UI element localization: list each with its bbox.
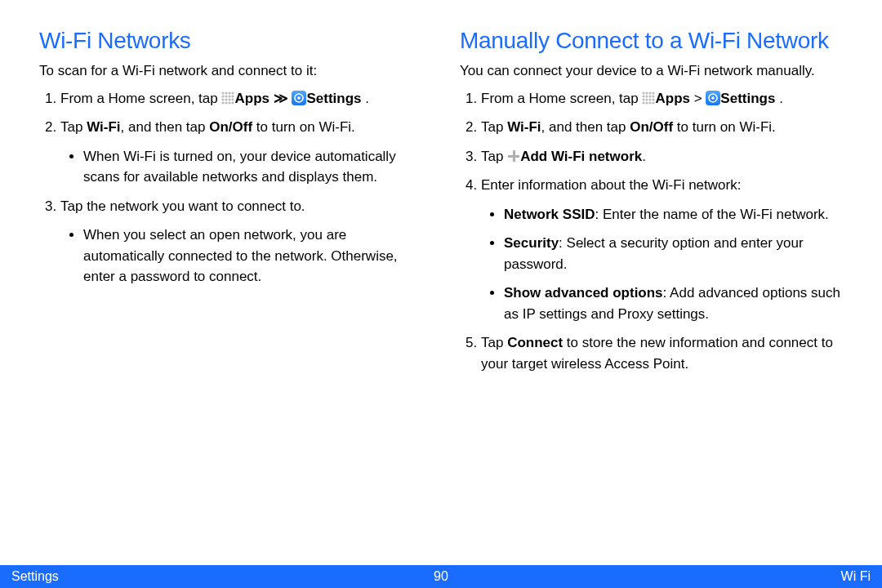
t: , and then tap bbox=[541, 119, 630, 135]
apps-icon bbox=[642, 91, 655, 105]
apps-label: Apps bbox=[655, 91, 690, 106]
right-heading: Manually Connect to a Wi-Fi Network bbox=[460, 28, 843, 54]
t: Tap bbox=[481, 119, 507, 135]
right-step-1: From a Home screen, tap Apps > Settings … bbox=[481, 88, 843, 109]
svg-point-1 bbox=[225, 91, 228, 94]
left-heading: Wi-Fi Networks bbox=[39, 28, 422, 54]
footer-page-number: 90 bbox=[434, 569, 448, 584]
text: From a Home screen, tap bbox=[60, 91, 221, 106]
t: Tap bbox=[481, 149, 507, 164]
svg-point-25 bbox=[653, 95, 655, 97]
t: Connect bbox=[507, 335, 563, 350]
t: Add Wi-Fi network bbox=[520, 149, 642, 164]
t: Enter information about the Wi-Fi networ… bbox=[481, 177, 741, 193]
right-step-4-sub: Network SSID: Enter the name of the Wi-F… bbox=[481, 204, 843, 325]
t: Tap bbox=[60, 119, 87, 135]
sep: > bbox=[690, 91, 706, 106]
t: to turn on Wi-Fi. bbox=[673, 119, 776, 135]
svg-point-20 bbox=[649, 91, 652, 94]
t: Tap the network you want to connect to. bbox=[60, 198, 305, 214]
settings-icon bbox=[706, 91, 720, 105]
t: On/Off bbox=[209, 119, 252, 135]
chevron-icon: ≫ bbox=[274, 91, 288, 106]
right-step-4: Enter information about the Wi-Fi networ… bbox=[481, 175, 843, 324]
svg-point-22 bbox=[643, 95, 645, 97]
svg-point-4 bbox=[222, 95, 225, 97]
content-columns: Wi-Fi Networks To scan for a Wi-Fi netwo… bbox=[0, 0, 882, 382]
svg-point-27 bbox=[646, 98, 648, 100]
page: Wi-Fi Networks To scan for a Wi-Fi netwo… bbox=[0, 0, 882, 588]
bullet: Show advanced options: Add advanced opti… bbox=[504, 283, 843, 324]
left-step-3: Tap the network you want to connect to. … bbox=[60, 196, 422, 287]
right-steps: From a Home screen, tap Apps > Settings … bbox=[460, 88, 843, 375]
svg-point-30 bbox=[643, 101, 645, 104]
right-intro: You can connect your device to a Wi-Fi n… bbox=[460, 60, 843, 82]
svg-point-7 bbox=[232, 95, 234, 97]
plus-icon bbox=[507, 149, 520, 163]
right-step-5: Tap Connect to store the new information… bbox=[481, 332, 843, 374]
svg-point-33 bbox=[653, 101, 655, 104]
t: Security bbox=[504, 235, 559, 251]
left-step-2-sub: When Wi-Fi is turned on, your device aut… bbox=[60, 146, 422, 188]
t: Wi-Fi bbox=[87, 119, 120, 135]
apps-icon bbox=[221, 91, 234, 105]
t: Network SSID bbox=[504, 207, 595, 222]
t: . bbox=[642, 149, 646, 164]
right-column: Manually Connect to a Wi-Fi Network You … bbox=[460, 28, 843, 382]
svg-point-35 bbox=[712, 96, 715, 100]
footer-topic: Wi Fi bbox=[841, 569, 871, 584]
left-steps: From a Home screen, tap Apps ≫ Settings … bbox=[39, 88, 422, 287]
svg-point-31 bbox=[646, 101, 648, 104]
svg-point-6 bbox=[229, 95, 231, 97]
svg-point-12 bbox=[222, 101, 225, 104]
svg-point-3 bbox=[232, 91, 234, 94]
svg-point-10 bbox=[229, 98, 231, 100]
settings-label: Settings bbox=[720, 91, 775, 106]
bullet: Security: Select a security option and e… bbox=[504, 233, 843, 274]
svg-point-14 bbox=[229, 101, 231, 104]
t: , and then tap bbox=[121, 119, 210, 135]
svg-point-5 bbox=[225, 95, 228, 97]
left-step-3-sub: When you select an open network, you are… bbox=[60, 225, 422, 287]
bullet: When Wi-Fi is turned on, your device aut… bbox=[83, 146, 422, 188]
svg-point-23 bbox=[646, 95, 648, 97]
svg-point-15 bbox=[232, 101, 234, 104]
apps-label: Apps bbox=[234, 91, 270, 106]
svg-point-32 bbox=[649, 101, 652, 104]
svg-point-2 bbox=[229, 91, 231, 94]
left-intro: To scan for a Wi-Fi network and connect … bbox=[39, 60, 422, 82]
t: On/Off bbox=[630, 119, 673, 135]
left-step-2: Tap Wi-Fi, and then tap On/Off to turn o… bbox=[60, 117, 422, 188]
right-step-2: Tap Wi-Fi, and then tap On/Off to turn o… bbox=[481, 117, 843, 138]
svg-point-17 bbox=[298, 96, 301, 100]
t: From a Home screen, tap bbox=[481, 91, 642, 106]
bullet: When you select an open network, you are… bbox=[83, 225, 422, 287]
t: : Enter the name of the Wi-Fi network. bbox=[595, 207, 828, 222]
end: . bbox=[775, 91, 782, 106]
end: . bbox=[362, 91, 369, 106]
svg-point-8 bbox=[222, 98, 225, 100]
svg-point-19 bbox=[646, 91, 648, 94]
bullet: Network SSID: Enter the name of the Wi-F… bbox=[504, 204, 843, 225]
svg-point-24 bbox=[649, 95, 652, 97]
left-column: Wi-Fi Networks To scan for a Wi-Fi netwo… bbox=[39, 28, 422, 382]
t: Tap bbox=[481, 335, 507, 350]
svg-point-9 bbox=[225, 98, 228, 100]
t: to turn on Wi-Fi. bbox=[252, 119, 355, 135]
left-step-1: From a Home screen, tap Apps ≫ Settings … bbox=[60, 88, 422, 109]
svg-point-11 bbox=[232, 98, 234, 100]
page-footer: Settings 90 Wi Fi bbox=[0, 565, 882, 588]
svg-point-29 bbox=[653, 98, 655, 100]
right-step-3: Tap Add Wi-Fi network. bbox=[481, 146, 843, 167]
svg-point-13 bbox=[225, 101, 228, 104]
svg-point-0 bbox=[222, 91, 225, 94]
svg-point-26 bbox=[643, 98, 645, 100]
settings-label: Settings bbox=[306, 91, 361, 106]
svg-point-21 bbox=[653, 91, 655, 94]
t: Show advanced options bbox=[504, 285, 663, 301]
t: Wi-Fi bbox=[507, 119, 541, 135]
settings-icon bbox=[292, 91, 306, 105]
footer-section: Settings bbox=[11, 569, 59, 584]
svg-point-18 bbox=[643, 91, 645, 94]
svg-point-28 bbox=[649, 98, 652, 100]
